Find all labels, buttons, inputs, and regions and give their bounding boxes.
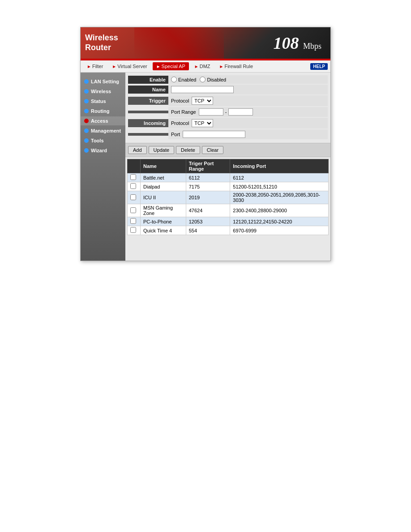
row-checkbox[interactable] bbox=[130, 174, 136, 180]
row-incoming-port: 2300-2400,28800-29000 bbox=[230, 204, 329, 217]
protocol-label: Protocol bbox=[171, 98, 189, 103]
trigger-protocol-select[interactable]: TCP UDP Both bbox=[192, 97, 213, 105]
help-button[interactable]: HELP bbox=[310, 63, 328, 70]
content-wrapper: Enable Enabled Disabled bbox=[125, 73, 330, 237]
row-checkbox[interactable] bbox=[130, 194, 136, 200]
incoming-port-value: Port bbox=[168, 129, 328, 139]
trigger-portrange-label bbox=[128, 111, 168, 113]
sidebar: LAN Setting Wireless Status Routing Acce… bbox=[81, 73, 125, 261]
name-label: Name bbox=[128, 86, 168, 94]
dot-icon bbox=[84, 99, 89, 103]
tab-special-ap[interactable]: ► Special AP bbox=[153, 62, 189, 70]
table-row: MSN Gaming Zone476242300-2400,28800-2900… bbox=[128, 204, 329, 217]
sidebar-item-lan-setting[interactable]: LAN Setting bbox=[81, 77, 125, 86]
sidebar-item-wizard[interactable]: Wizard bbox=[81, 146, 125, 155]
row-incoming-port: 12120,12122,24150-24220 bbox=[230, 217, 329, 226]
dot-icon bbox=[84, 148, 89, 153]
add-button[interactable]: Add bbox=[128, 146, 147, 154]
row-incoming-port: 51200-51201,51210 bbox=[230, 182, 329, 191]
tab-dmz[interactable]: ► DMZ bbox=[191, 62, 214, 70]
row-checkbox-cell[interactable] bbox=[128, 182, 141, 191]
row-checkbox[interactable] bbox=[130, 227, 136, 233]
row-checkbox-cell[interactable] bbox=[128, 191, 141, 204]
tab-firewall-rule[interactable]: ► Firewall Rule bbox=[216, 62, 257, 70]
router-container: Wireless Router 108 Mbps ► Filter ► Virt… bbox=[80, 27, 331, 261]
form-section: Enable Enabled Disabled bbox=[125, 73, 330, 143]
clear-button[interactable]: Clear bbox=[202, 146, 223, 154]
row-trigger-port: 12053 bbox=[186, 217, 230, 226]
content-area: Enable Enabled Disabled bbox=[125, 73, 330, 261]
trigger-protocol-row: Trigger Protocol TCP UDP Both bbox=[128, 95, 328, 106]
sidebar-item-management[interactable]: Management bbox=[81, 126, 125, 135]
sidebar-item-wireless[interactable]: Wireless bbox=[81, 87, 125, 96]
enable-row: Enable Enabled Disabled bbox=[128, 75, 328, 84]
disabled-radio-label[interactable]: Disabled bbox=[200, 77, 226, 82]
disabled-radio[interactable] bbox=[200, 77, 206, 82]
incoming-label: Incoming bbox=[128, 119, 168, 127]
row-incoming-port: 2000-2038,2050-2051,2069,2085,3010-3030 bbox=[230, 191, 329, 204]
sidebar-item-routing[interactable]: Routing bbox=[81, 107, 125, 116]
row-incoming-port: 6970-6999 bbox=[230, 226, 329, 235]
row-trigger-port: 554 bbox=[186, 226, 230, 235]
dot-icon bbox=[84, 89, 89, 94]
router-logo: Wireless Router bbox=[85, 33, 118, 52]
arrow-icon: ► bbox=[194, 64, 199, 69]
trigger-portrange-row: Port Range - bbox=[128, 107, 328, 117]
col-name: Name bbox=[141, 159, 186, 173]
sidebar-item-access[interactable]: Access bbox=[81, 116, 125, 125]
dot-icon bbox=[84, 138, 89, 143]
arrow-icon: ► bbox=[112, 64, 116, 69]
row-trigger-port: 47624 bbox=[186, 204, 230, 217]
trigger-label: Trigger bbox=[128, 97, 168, 105]
tab-filter[interactable]: ► Filter bbox=[83, 62, 107, 70]
row-checkbox-cell[interactable] bbox=[128, 173, 141, 182]
table-row: Battle.net61126112 bbox=[128, 173, 329, 182]
row-checkbox[interactable] bbox=[130, 218, 136, 224]
main-layout: LAN Setting Wireless Status Routing Acce… bbox=[81, 73, 330, 261]
header-decoration bbox=[134, 27, 224, 59]
tab-virtual-server[interactable]: ► Virtual Server bbox=[108, 62, 150, 70]
table-row: Dialpad717551200-51201,51210 bbox=[128, 182, 329, 191]
enabled-radio-label[interactable]: Enabled bbox=[171, 77, 196, 82]
arrow-icon: ► bbox=[219, 64, 224, 69]
header-speed: 108 Mbps bbox=[273, 33, 321, 53]
enable-label: Enable bbox=[128, 76, 168, 84]
name-value bbox=[168, 85, 328, 94]
row-checkbox-cell[interactable] bbox=[128, 204, 141, 217]
col-checkbox bbox=[128, 159, 141, 173]
port-range-to[interactable] bbox=[228, 108, 253, 116]
update-button[interactable]: Update bbox=[149, 146, 174, 154]
button-row: Add Update Delete Clear bbox=[125, 143, 330, 157]
row-checkbox-cell[interactable] bbox=[128, 217, 141, 226]
row-trigger-port: 7175 bbox=[186, 182, 230, 191]
router-header: Wireless Router 108 Mbps bbox=[81, 27, 330, 59]
delete-button[interactable]: Delete bbox=[176, 146, 200, 154]
nav-tabs: ► Filter ► Virtual Server ► Special AP ►… bbox=[81, 60, 330, 73]
incoming-port-input[interactable] bbox=[183, 131, 245, 138]
sidebar-item-status[interactable]: Status bbox=[81, 97, 125, 106]
row-name: Dialpad bbox=[141, 182, 186, 191]
incoming-port-row: Port bbox=[128, 129, 328, 139]
incoming-protocol-row: Incoming Protocol TCP UDP Both bbox=[128, 118, 328, 129]
incoming-protocol-select[interactable]: TCP UDP Both bbox=[192, 119, 213, 127]
table-wrapper: Name Triger Port Range Incoming Port Bat… bbox=[125, 157, 330, 237]
port-range-label: Port Range bbox=[171, 109, 196, 115]
port-range-from[interactable] bbox=[199, 108, 223, 116]
page-wrapper: Wireless Router 108 Mbps ► Filter ► Virt… bbox=[0, 0, 411, 270]
enabled-radio[interactable] bbox=[171, 77, 177, 82]
port-range-inputs: - bbox=[199, 108, 253, 116]
row-checkbox-cell[interactable] bbox=[128, 226, 141, 235]
row-checkbox[interactable] bbox=[130, 183, 136, 189]
dot-icon bbox=[84, 79, 89, 84]
row-name: Battle.net bbox=[141, 173, 186, 182]
sidebar-item-tools[interactable]: Tools bbox=[81, 136, 125, 145]
row-checkbox[interactable] bbox=[130, 207, 136, 213]
table-row: ICU II20192000-2038,2050-2051,2069,2085,… bbox=[128, 191, 329, 204]
row-trigger-port: 2019 bbox=[186, 191, 230, 204]
name-input[interactable] bbox=[171, 86, 234, 93]
col-trigger-port: Triger Port Range bbox=[186, 159, 230, 173]
row-name: ICU II bbox=[141, 191, 186, 204]
name-row: Name bbox=[128, 85, 328, 94]
arrow-icon: ► bbox=[156, 64, 161, 69]
row-name: PC-to-Phone bbox=[141, 217, 186, 226]
